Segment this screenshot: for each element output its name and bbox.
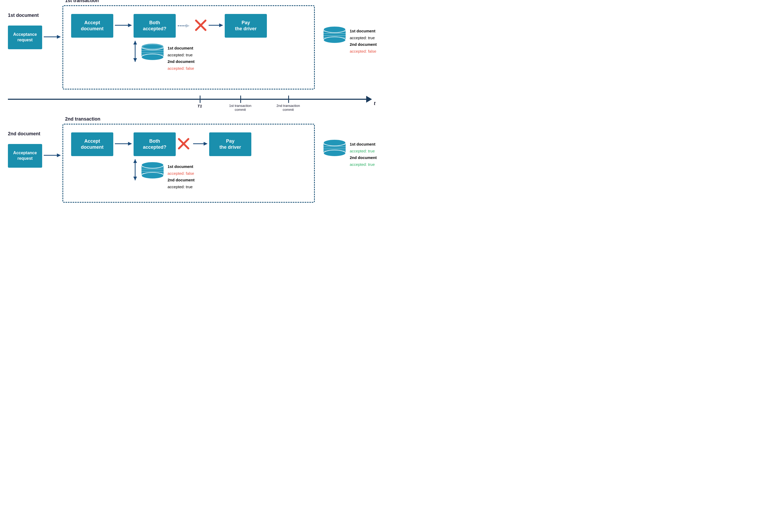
svg-marker-9 [219, 23, 223, 27]
svg-marker-3 [128, 23, 132, 27]
top-right-db-text: 1st document accepted: true 2nd document… [350, 28, 377, 55]
bottom-accept-doc-box: Acceptdocument [71, 132, 113, 156]
bottom-x-mark [178, 138, 189, 150]
svg-rect-18 [141, 51, 164, 53]
svg-marker-5 [186, 24, 190, 28]
svg-point-59 [141, 173, 164, 179]
svg-marker-47 [133, 159, 137, 163]
svg-point-72 [323, 139, 346, 146]
timeline: t T1 1st transactioncommit 2nd transacti… [8, 92, 377, 111]
top-pay-driver-box: Paythe driver [225, 14, 267, 38]
svg-point-60 [141, 162, 164, 168]
svg-marker-11 [133, 41, 137, 45]
diagram-container: 1st document Acceptancerequest 1st trans… [8, 5, 377, 203]
svg-rect-31 [323, 34, 346, 36]
bottom-right-db-text: 1st document accepted: true 2nd document… [350, 141, 377, 168]
svg-marker-45 [204, 142, 207, 146]
svg-marker-41 [128, 142, 132, 146]
svg-point-37 [323, 26, 346, 32]
bottom-db-icon [141, 162, 164, 183]
top-db-icon [141, 44, 164, 64]
svg-rect-54 [141, 169, 164, 172]
bottom-transaction-label: 2nd transaction [65, 116, 100, 122]
bottom-db-text: 1st document accepted: false 2nd documen… [168, 163, 195, 190]
bottom-acceptance-box: Acceptancerequest [8, 144, 42, 168]
svg-point-36 [323, 37, 346, 43]
svg-marker-39 [57, 153, 61, 157]
svg-point-23 [141, 54, 164, 60]
svg-marker-12 [133, 58, 137, 62]
svg-point-71 [323, 150, 346, 156]
top-both-accepted-box: Bothaccepted? [133, 14, 176, 38]
svg-rect-66 [323, 147, 346, 149]
top-right-db: 1st document accepted: true 2nd document… [323, 26, 377, 55]
svg-marker-48 [133, 177, 137, 180]
top-acceptance-box: Acceptancerequest [8, 25, 42, 49]
bottom-doc-label: 2nd document [8, 131, 40, 137]
svg-marker-1 [57, 35, 61, 39]
bottom-both-accepted-box: Bothaccepted? [133, 132, 176, 156]
top-x-mark [195, 19, 206, 32]
top-accept-doc-box: Acceptdocument [71, 14, 113, 38]
top-doc-label: 1st document [8, 13, 39, 18]
bottom-right-db: 1st document accepted: true 2nd document… [323, 139, 377, 168]
bottom-pay-driver-box: Paythe driver [209, 132, 251, 156]
top-transaction-label: 1st transaction [65, 0, 99, 3]
top-db-text: 1st document accepted: true 2nd document… [168, 45, 195, 72]
